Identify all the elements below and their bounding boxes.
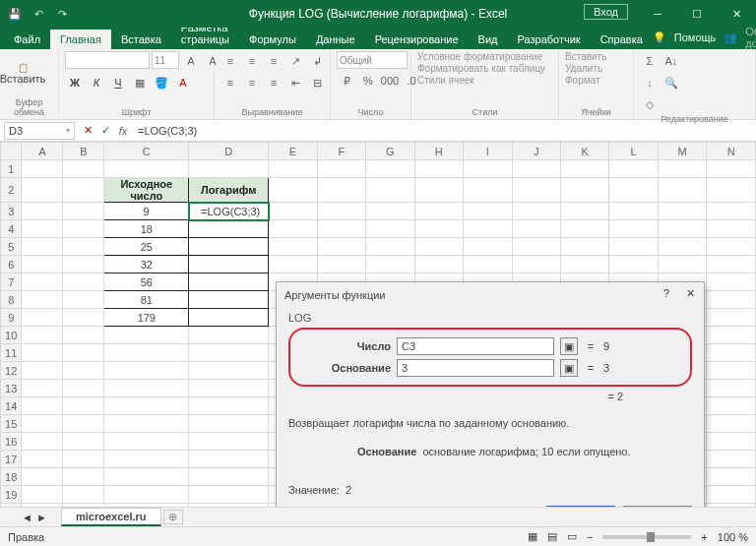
fill-icon[interactable]: 🪣 xyxy=(152,73,171,92)
tab-help[interactable]: Справка xyxy=(591,30,653,49)
zoom-slider[interactable] xyxy=(602,535,691,539)
currency-icon[interactable]: ₽ xyxy=(337,71,356,91)
col-header[interactable]: H xyxy=(414,143,463,160)
font-size[interactable] xyxy=(152,51,179,69)
row-header[interactable]: 3 xyxy=(1,203,22,220)
col-header[interactable]: G xyxy=(366,143,414,160)
minimize-icon[interactable]: ─ xyxy=(638,0,677,28)
col-header[interactable]: C xyxy=(104,143,189,160)
row-header[interactable]: 14 xyxy=(1,397,22,415)
border-icon[interactable]: ▦ xyxy=(130,73,150,92)
cell[interactable]: 81 xyxy=(104,291,189,309)
col-header[interactable]: M xyxy=(658,143,706,160)
col-header[interactable]: E xyxy=(269,143,317,160)
bold-icon[interactable]: Ж xyxy=(65,73,85,92)
fill-down-icon[interactable]: ↓ xyxy=(640,73,660,92)
table-header-src[interactable]: Исходное число xyxy=(104,178,189,203)
align-center-icon[interactable]: ≡ xyxy=(242,73,262,92)
save-icon[interactable]: 💾 xyxy=(6,5,24,23)
col-header[interactable]: J xyxy=(512,143,560,160)
row-header[interactable]: 6 xyxy=(1,256,22,273)
align-right-icon[interactable]: ≡ xyxy=(264,73,284,92)
row-header[interactable]: 12 xyxy=(1,362,22,380)
arg1-picker-icon[interactable]: ▣ xyxy=(560,337,578,355)
dialog-close-icon[interactable]: ✕ xyxy=(682,287,698,300)
font-family[interactable] xyxy=(65,51,150,69)
wrap-icon[interactable]: ↲ xyxy=(307,51,327,71)
row-header[interactable]: 1 xyxy=(1,160,22,178)
sheet-next-icon[interactable]: ► xyxy=(36,512,47,523)
tab-formulas[interactable]: Формулы xyxy=(239,30,306,49)
clear-icon[interactable]: ◇ xyxy=(640,94,660,114)
col-header[interactable]: A xyxy=(22,143,63,160)
cell[interactable]: 9 xyxy=(104,203,189,220)
redo-icon[interactable]: ↷ xyxy=(53,5,71,23)
tellme[interactable]: Помощь xyxy=(674,31,717,43)
percent-icon[interactable]: % xyxy=(358,71,378,91)
align-mid-icon[interactable]: ≡ xyxy=(242,51,262,71)
row-header[interactable]: 19 xyxy=(1,486,22,504)
align-left-icon[interactable]: ≡ xyxy=(220,73,240,92)
tab-data[interactable]: Данные xyxy=(306,30,365,49)
grow-font-icon[interactable]: A xyxy=(181,51,201,71)
col-header[interactable]: N xyxy=(707,143,756,160)
tab-developer[interactable]: Разработчик xyxy=(508,30,591,49)
cell[interactable]: 56 xyxy=(104,273,189,291)
row-header[interactable]: 16 xyxy=(1,433,22,451)
row-header[interactable]: 8 xyxy=(1,291,22,309)
find-icon[interactable]: 🔍 xyxy=(662,73,681,92)
name-box[interactable]: D3▾ xyxy=(4,122,75,140)
col-header[interactable]: F xyxy=(317,143,365,160)
row-header[interactable]: 13 xyxy=(1,380,22,397)
sheet-tab[interactable]: microexcel.ru xyxy=(61,508,161,526)
row-header[interactable]: 15 xyxy=(1,415,22,433)
undo-icon[interactable]: ↶ xyxy=(30,5,47,23)
fx-icon[interactable]: fx xyxy=(114,125,132,137)
tab-review[interactable]: Рецензирование xyxy=(365,30,469,49)
row-header[interactable]: 2 xyxy=(1,178,22,203)
cell[interactable]: 25 xyxy=(104,238,189,256)
zoom-level[interactable]: 100 % xyxy=(718,531,748,543)
italic-icon[interactable]: К xyxy=(87,73,106,92)
merge-icon[interactable]: ⊟ xyxy=(307,73,327,92)
paste-button[interactable]: 📋Вставить xyxy=(6,51,39,96)
insert-cells-button[interactable]: Вставить xyxy=(565,51,606,62)
delete-cells-button[interactable]: Удалить xyxy=(565,63,602,74)
zoom-out-icon[interactable]: − xyxy=(587,531,593,543)
indent-dec-icon[interactable]: ⇤ xyxy=(285,73,305,92)
zoom-in-icon[interactable]: + xyxy=(701,531,707,543)
cell[interactable]: 32 xyxy=(104,256,189,273)
row-header[interactable]: 9 xyxy=(1,309,22,327)
cell[interactable]: 179 xyxy=(104,309,189,327)
active-cell[interactable]: =LOG(C3;3) xyxy=(189,203,269,220)
cell[interactable]: 18 xyxy=(104,220,189,238)
maximize-icon[interactable]: ☐ xyxy=(677,0,717,28)
sheet-prev-icon[interactable]: ◄ xyxy=(22,512,32,523)
row-header[interactable]: 18 xyxy=(1,468,22,486)
col-header[interactable]: L xyxy=(609,143,658,160)
view-layout-icon[interactable]: ▤ xyxy=(547,530,557,543)
align-bot-icon[interactable]: ≡ xyxy=(264,51,284,71)
col-header[interactable]: D xyxy=(189,143,269,160)
formula-input[interactable]: =LOG(C3;3) xyxy=(132,125,756,137)
underline-icon[interactable]: Ч xyxy=(108,73,128,92)
number-format[interactable] xyxy=(337,51,408,69)
row-header[interactable]: 5 xyxy=(1,238,22,256)
orientation-icon[interactable]: ↗ xyxy=(285,51,305,71)
close-icon[interactable]: ✕ xyxy=(717,0,756,28)
cell-styles-button[interactable]: Стили ячеек xyxy=(417,75,474,86)
row-header[interactable]: 4 xyxy=(1,220,22,238)
align-top-icon[interactable]: ≡ xyxy=(220,51,240,71)
arg1-input[interactable] xyxy=(397,337,554,355)
format-cells-button[interactable]: Формат xyxy=(565,75,600,86)
tab-insert[interactable]: Вставка xyxy=(111,30,171,49)
cancel-formula-icon[interactable]: ✕ xyxy=(79,124,96,137)
row-header[interactable]: 7 xyxy=(1,273,22,291)
tab-view[interactable]: Вид xyxy=(469,30,508,49)
share-icon[interactable]: 👥 xyxy=(724,31,737,44)
comma-icon[interactable]: 000 xyxy=(380,71,400,91)
new-sheet-icon[interactable]: ⊕ xyxy=(163,510,183,524)
format-table-button[interactable]: Форматировать как таблицу xyxy=(417,63,545,74)
view-normal-icon[interactable]: ▦ xyxy=(528,530,537,543)
cond-format-button[interactable]: Условное форматирование xyxy=(417,51,542,62)
